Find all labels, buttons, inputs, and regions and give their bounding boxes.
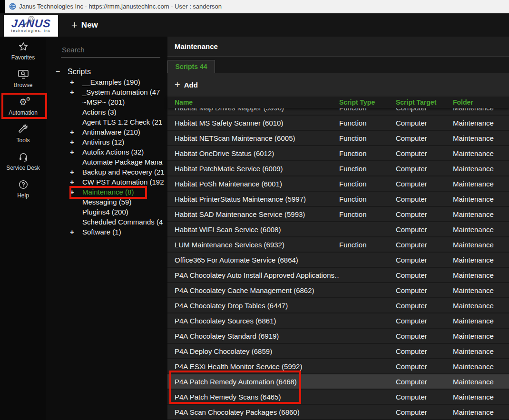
collapse-minus-icon[interactable]: − — [56, 66, 60, 77]
tree-item-cw-pst-automation-192[interactable]: +CW PST Automation (192 — [46, 177, 167, 187]
tree-item-system-automation-47[interactable]: +_System Automation (47 — [46, 87, 167, 97]
column-header-script-type[interactable]: Script Type — [339, 98, 396, 106]
cell-name: Habitat OneDrive Status (6012) — [167, 149, 339, 157]
table-row[interactable]: P4A Patch Remedy Scans (6465)ComputerMai… — [167, 390, 509, 405]
expand-plus-icon[interactable]: + — [70, 127, 74, 137]
cell-script-type: Function — [339, 149, 396, 157]
expand-plus-icon[interactable]: + — [70, 227, 74, 237]
tree-item-agent-tls-1-2-check-21[interactable]: Agent TLS 1.2 Check (21 — [46, 117, 167, 127]
expand-plus-icon[interactable]: + — [70, 137, 74, 147]
sidebar-item-favorites[interactable]: Favorites — [0, 40, 46, 64]
tree-item-label: _System Automation (47 — [82, 88, 160, 96]
table-row[interactable]: Habitat PrinterStatus Maintenance (5997)… — [167, 192, 509, 207]
tree-root-scripts[interactable]: − Scripts — [46, 66, 167, 77]
tree-item-label: Software (1) — [82, 228, 121, 236]
table-row[interactable]: Habitat WIFI Scan Service (6008)Computer… — [167, 222, 509, 237]
table-row[interactable]: LUM Maintenance Services (6932)FunctionC… — [167, 237, 509, 253]
table-row[interactable]: P4A Patch Remedy Automation (6468)Comput… — [167, 374, 509, 390]
expand-plus-icon[interactable]: + — [70, 177, 74, 187]
cell-script-type: Function — [339, 195, 396, 203]
tree-item-label: Scheduled Commands (4 — [82, 218, 163, 226]
tab-strip: Scripts 44 — [167, 56, 509, 73]
cell-script-type: Function — [339, 108, 396, 112]
cell-name: P4A Chocolatey Auto Install Approved App… — [167, 271, 339, 279]
logo-wordmark: JANUS — [11, 19, 51, 28]
new-button-label: New — [81, 20, 98, 30]
sidebar-item-service-desk[interactable]: Service Desk — [0, 151, 46, 174]
tree-item-actions-3[interactable]: Actions (3) — [46, 107, 167, 117]
table-row[interactable]: P4A Chocolatey Auto Install Approved App… — [167, 268, 509, 283]
cell-folder: Maintenance — [453, 408, 509, 416]
table-row[interactable]: P4A Deploy Chocolatey (6859)ComputerMain… — [167, 344, 509, 359]
tree-item-plugins4-200[interactable]: Plugins4 (200) — [46, 207, 167, 217]
cell-name: Habitat WIFI Scan Service (6008) — [167, 225, 339, 234]
column-header-script-target[interactable]: Script Target — [396, 98, 453, 106]
table-row[interactable]: P4A Chocolatey Sources (6861)ComputerMai… — [167, 313, 509, 329]
cell-script-target: Computer — [396, 108, 453, 112]
cell-script-target: Computer — [396, 286, 453, 294]
tree-item-examples-190[interactable]: +__Examples (190) — [46, 77, 167, 87]
expand-plus-icon[interactable]: + — [70, 147, 74, 157]
cell-name: P4A Deploy Chocolatey (6859) — [167, 347, 339, 355]
sidebar-item-browse[interactable]: Browse — [0, 68, 46, 91]
company-logo[interactable]: JANUS technologies, inc — [4, 15, 58, 37]
cell-folder: Maintenance — [453, 302, 509, 310]
sidebar-item-automation[interactable]: ⚙⚙ Automation — [0, 96, 46, 119]
sidebar-item-label: Browse — [13, 82, 32, 88]
table-row[interactable]: P4A Chocolatey Drop Tables (6447)Compute… — [167, 298, 509, 313]
sidebar-item-tools[interactable]: Tools — [0, 123, 46, 147]
cell-script-target: Computer — [396, 302, 453, 310]
main-panel: Maintenance Scripts 44 + Add Name Script… — [167, 37, 509, 420]
sidebar-item-help[interactable]: Help — [0, 178, 46, 202]
gears-icon: ⚙⚙ — [19, 96, 27, 108]
tree-item-maintenance-8[interactable]: +Maintenance (8) — [46, 187, 167, 197]
expand-plus-icon[interactable]: + — [70, 167, 74, 177]
table-row[interactable]: Habitat Map Drives Mapper (5990)Function… — [167, 108, 509, 116]
table-row[interactable]: P4A ESXi Health Monitor Service (5992)Co… — [167, 359, 509, 374]
cell-script-type: Function — [339, 241, 396, 249]
tab-scripts[interactable]: Scripts 44 — [167, 60, 215, 73]
tree-item-autofix-actions-32[interactable]: +Autofix Actions (32) — [46, 147, 167, 157]
tree-item-scheduled-commands-4[interactable]: Scheduled Commands (4 — [46, 217, 167, 227]
table-row[interactable]: P4A Chocolatey Cache Management (6862)Co… — [167, 283, 509, 298]
cell-name: Habitat Map Drives Mapper (5990) — [167, 108, 339, 112]
expand-plus-icon[interactable]: + — [70, 77, 74, 87]
table-row[interactable]: P4A Chocolatey Standard (6919)ComputerMa… — [167, 329, 509, 344]
tree-item-software-1[interactable]: +Software (1) — [46, 227, 167, 237]
tree-item-messaging-59[interactable]: Messaging (59) — [46, 197, 167, 207]
tree-item-label: CW PST Automation (192 — [82, 178, 164, 186]
plus-icon: + — [71, 20, 78, 30]
add-button[interactable]: + Add — [175, 80, 198, 89]
tree-item-automate-package-mana[interactable]: Automate Package Mana — [46, 157, 167, 167]
tree-item-antivirus-12[interactable]: +Antivirus (12) — [46, 137, 167, 147]
tree-item-msp-201[interactable]: ~MSP~ (201) — [46, 97, 167, 107]
table-row[interactable]: Office365 For Automate Service (6864)Com… — [167, 253, 509, 268]
cell-script-type: Function — [339, 134, 396, 142]
cell-name: P4A Patch Remedy Automation (6468) — [167, 378, 339, 386]
new-button[interactable]: + New — [71, 13, 98, 37]
script-tree-panel: − Scripts +__Examples (190)+_System Auto… — [46, 37, 167, 420]
cell-script-target: Computer — [396, 393, 453, 401]
table-row[interactable]: Habitat MS Safety Scanner (6010)Function… — [167, 116, 509, 131]
table-body: Habitat Map Drives Mapper (5990)Function… — [167, 108, 509, 420]
table-viewport[interactable]: Habitat Map Drives Mapper (5990)Function… — [167, 108, 509, 420]
search-input[interactable] — [61, 44, 160, 58]
tree-item-label: Messaging (59) — [82, 198, 131, 206]
table-row[interactable]: Habitat PatchMatic Service (6009)Functio… — [167, 161, 509, 176]
expand-plus-icon[interactable]: + — [70, 187, 74, 197]
sidebar-item-label: Favorites — [11, 54, 35, 61]
table-row[interactable]: Habitat NETScan Maintenance (6005)Functi… — [167, 131, 509, 146]
table-row[interactable]: P4A Scan Chocolatey Packages (6860)Compu… — [167, 405, 509, 420]
expand-plus-icon[interactable]: + — [70, 87, 74, 97]
tree-item-antimalware-210[interactable]: +Antimalware (210) — [46, 127, 167, 137]
window-title: Janus Technologies Inc - https://rmm.jan… — [19, 0, 222, 13]
table-row[interactable]: Habitat PoSh Maintenance (6001)FunctionC… — [167, 176, 509, 192]
table-row[interactable]: Habitat SAD Maintenance Service (5993)Fu… — [167, 207, 509, 222]
column-header-name[interactable]: Name — [167, 98, 339, 106]
cell-script-type: Function — [339, 180, 396, 188]
cell-folder: Maintenance — [453, 180, 509, 188]
tree-item-backup-and-recovery-21[interactable]: +Backup and Recovery (21 — [46, 167, 167, 177]
table-row[interactable]: Habitat OneDrive Status (6012)FunctionCo… — [167, 146, 509, 161]
tree-item-label: Antimalware (210) — [82, 128, 140, 136]
column-header-folder[interactable]: Folder — [453, 98, 509, 106]
